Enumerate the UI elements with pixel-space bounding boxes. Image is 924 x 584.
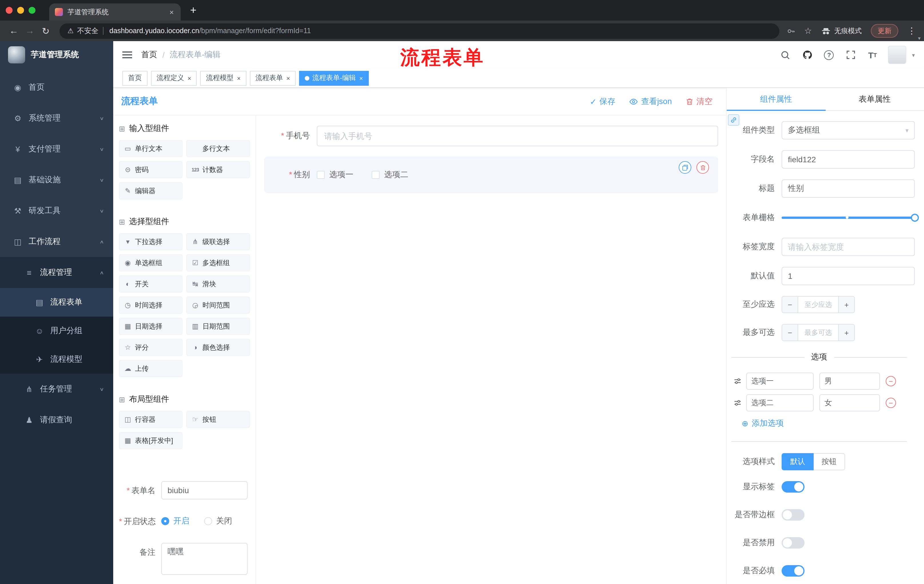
- tag-home[interactable]: 首页: [122, 71, 147, 86]
- label-width-input[interactable]: [782, 238, 915, 256]
- close-icon[interactable]: ×: [237, 74, 241, 81]
- component-item-password[interactable]: ⊝密码: [119, 161, 182, 178]
- help-icon[interactable]: ?: [823, 49, 835, 61]
- tag-process-model[interactable]: 流程模型 ×: [200, 71, 246, 86]
- sidebar-item-process-form[interactable]: ▤ 流程表单: [0, 288, 113, 317]
- slider-track[interactable]: [782, 217, 915, 219]
- sidebar-item-infrastructure[interactable]: ▤ 基础设施 ∨: [0, 165, 113, 196]
- tag-process-form[interactable]: 流程表单 ×: [250, 71, 296, 86]
- checkbox-option-2[interactable]: 选项二: [372, 170, 408, 180]
- maximize-window-button[interactable]: [29, 7, 35, 14]
- new-tab-button[interactable]: +: [185, 2, 201, 18]
- field-name-input[interactable]: [782, 150, 915, 169]
- drag-handle-icon[interactable]: [734, 377, 742, 385]
- avatar-caret-icon[interactable]: ▾: [912, 52, 915, 58]
- component-item-counter[interactable]: 123计数器: [186, 161, 250, 178]
- increase-button[interactable]: +: [838, 324, 854, 341]
- style-default-button[interactable]: 默认: [782, 453, 813, 470]
- save-button[interactable]: ✓ 保存: [590, 96, 615, 107]
- component-item-time-picker[interactable]: ◷时间选择: [119, 296, 182, 314]
- update-button[interactable]: 更新: [871, 24, 898, 38]
- add-option-button[interactable]: ⊕ 添加选项: [742, 418, 915, 429]
- border-toggle[interactable]: [782, 509, 805, 521]
- github-icon[interactable]: [801, 49, 813, 61]
- form-name-input[interactable]: [161, 481, 248, 499]
- max-select-value[interactable]: 最多可选: [798, 324, 838, 341]
- component-item-row-container[interactable]: ◫行容器: [119, 411, 182, 428]
- increase-button[interactable]: +: [838, 296, 854, 313]
- delete-field-button[interactable]: [696, 161, 709, 174]
- browser-tab[interactable]: 芋道管理系统 ×: [49, 3, 181, 21]
- tag-process-form-edit[interactable]: 流程表单-编辑 ×: [299, 71, 369, 86]
- component-item-cascader[interactable]: ⋔级联选择: [186, 233, 250, 250]
- decrease-button[interactable]: −: [782, 324, 798, 341]
- reload-icon[interactable]: ↻: [38, 23, 54, 39]
- option-value-input[interactable]: [819, 394, 880, 411]
- disabled-toggle[interactable]: [782, 537, 805, 549]
- close-window-button[interactable]: [6, 7, 13, 14]
- component-item-time-range[interactable]: ◶时间范围: [186, 296, 250, 314]
- checkbox-option-1[interactable]: 选项一: [317, 170, 353, 180]
- show-label-toggle[interactable]: [782, 481, 805, 493]
- forward-icon[interactable]: →: [22, 23, 38, 39]
- breadcrumb-home[interactable]: 首页: [141, 50, 157, 60]
- form-remark-textarea[interactable]: 嘿嘿: [161, 543, 248, 575]
- component-item-checkbox-group[interactable]: ☑多选框组: [186, 254, 250, 271]
- view-json-button[interactable]: 查看json: [629, 96, 672, 107]
- selected-field-gender[interactable]: *性别 选项一 选项二: [264, 156, 718, 193]
- user-avatar[interactable]: [888, 46, 906, 64]
- search-icon[interactable]: [779, 49, 792, 61]
- component-item-table[interactable]: ▦表格[开发中]: [119, 432, 182, 449]
- close-icon[interactable]: ×: [360, 74, 363, 81]
- option-value-input[interactable]: [819, 373, 880, 390]
- hamburger-icon[interactable]: [122, 50, 132, 60]
- tab-component-props[interactable]: 组件属性: [727, 88, 825, 110]
- clear-button[interactable]: 清空: [686, 96, 713, 107]
- download-caret-icon[interactable]: ▾: [918, 35, 921, 41]
- sidebar-item-dev-tools[interactable]: ⚒ 研发工具 ∨: [0, 196, 113, 226]
- option-label-input[interactable]: [746, 373, 813, 390]
- drag-handle-icon[interactable]: [734, 399, 742, 407]
- option-label-input[interactable]: [746, 394, 813, 411]
- component-item-radio-group[interactable]: ◉单选框组: [119, 254, 182, 271]
- tag-process-definition[interactable]: 流程定义 ×: [151, 71, 197, 86]
- sidebar-item-workflow[interactable]: ◫ 工作流程 ∧: [0, 226, 113, 257]
- sidebar-item-task-management[interactable]: ⋔ 任务管理 ∨: [0, 374, 113, 405]
- back-icon[interactable]: ←: [6, 23, 22, 39]
- component-item-single-line-text[interactable]: ▭单行文本: [119, 140, 182, 157]
- tab-close-icon[interactable]: ×: [168, 8, 175, 16]
- component-item-switch[interactable]: ◐开关: [119, 275, 182, 293]
- address-bar[interactable]: ⚠ 不安全 dashboard.yudao.iocoder.cn /bpm/ma…: [59, 23, 779, 39]
- close-icon[interactable]: ×: [188, 74, 191, 81]
- title-input[interactable]: [782, 179, 915, 198]
- component-item-rich-editor[interactable]: ✎编辑器: [119, 182, 182, 199]
- sidebar-item-leave-query[interactable]: ♟ 请假查询: [0, 405, 113, 436]
- grid-slider[interactable]: [782, 209, 915, 227]
- component-item-upload[interactable]: ☁上传: [119, 360, 182, 377]
- component-item-multi-line-text[interactable]: 多行文本: [186, 140, 250, 157]
- close-icon[interactable]: ×: [287, 74, 290, 81]
- copy-field-button[interactable]: [679, 161, 691, 174]
- remove-option-button[interactable]: −: [886, 398, 896, 408]
- sidebar-item-process-management[interactable]: ≡ 流程管理 ∧: [0, 257, 113, 288]
- component-item-slider[interactable]: ↹滑块: [186, 275, 250, 293]
- sidebar-item-user-group[interactable]: ☺ 用户分组: [0, 317, 113, 345]
- default-value-input[interactable]: [782, 267, 915, 285]
- sidebar-item-home[interactable]: ◉ 首页: [0, 72, 113, 103]
- fullscreen-icon[interactable]: [845, 49, 857, 61]
- radio-status-on[interactable]: 开启: [161, 516, 189, 526]
- font-size-icon[interactable]: TT: [866, 49, 879, 61]
- tab-form-props[interactable]: 表单属性: [825, 88, 924, 110]
- component-item-date-range[interactable]: ▥日期范围: [186, 318, 250, 335]
- slider-handle[interactable]: [911, 214, 919, 222]
- required-toggle[interactable]: [782, 565, 805, 577]
- browser-menu-icon[interactable]: ⋮: [905, 26, 918, 36]
- sidebar-item-payment-management[interactable]: ¥ 支付管理 ∨: [0, 134, 113, 165]
- component-type-select[interactable]: 多选框组 ▾: [782, 121, 915, 140]
- component-item-button[interactable]: ☞按钮: [186, 411, 250, 428]
- component-item-rate[interactable]: ☆评分: [119, 339, 182, 356]
- style-button-button[interactable]: 按钮: [813, 453, 845, 470]
- remove-option-button[interactable]: −: [886, 376, 896, 386]
- component-item-color-picker[interactable]: ◑颜色选择: [186, 339, 250, 356]
- bookmark-star-icon[interactable]: ☆: [804, 26, 812, 36]
